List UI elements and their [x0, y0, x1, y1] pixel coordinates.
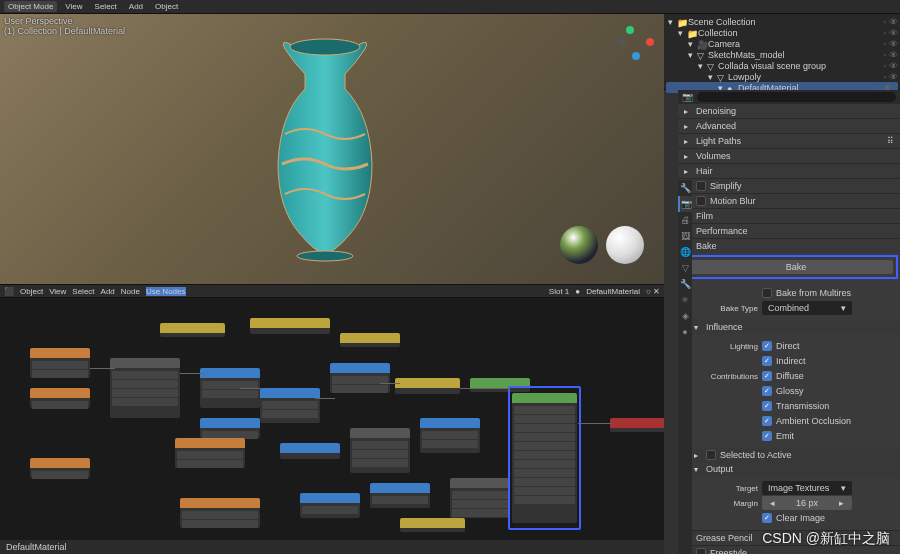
matcap-preview-sphere: [606, 226, 644, 264]
lighting-indirect-checkbox[interactable]: ✓: [762, 356, 772, 366]
panel-denoising[interactable]: Denoising: [696, 106, 736, 116]
properties-tabs[interactable]: 🔧📷🖨🖼🌐▽🔧⚛◈●: [678, 180, 692, 554]
panel-advanced[interactable]: Advanced: [696, 121, 736, 131]
panel-hair[interactable]: Hair: [696, 166, 713, 176]
contrib-emit-checkbox[interactable]: ✓: [762, 431, 772, 441]
menu-add[interactable]: Add: [125, 1, 147, 12]
menu-view[interactable]: View: [61, 1, 86, 12]
node-menu-view[interactable]: View: [49, 287, 66, 296]
status-bar: DefaultMaterial: [0, 540, 664, 554]
node-menu-add[interactable]: Add: [101, 287, 115, 296]
interaction-mode[interactable]: Object Mode: [4, 1, 57, 12]
outliner-row[interactable]: ▾▽SketchMats_model◦ 👁: [666, 49, 898, 60]
hdri-preview-sphere: [560, 226, 598, 264]
bake-type-select[interactable]: Combined▾: [762, 301, 852, 315]
lighting-direct-checkbox[interactable]: ✓: [762, 341, 772, 351]
menu-select[interactable]: Select: [91, 1, 121, 12]
panel-volumes[interactable]: Volumes: [696, 151, 731, 161]
view-perspective-label: User Perspective: [4, 16, 125, 26]
view-collection-label: (1) Collection | DefaultMaterial: [4, 26, 125, 36]
subpanel-output[interactable]: Output: [706, 464, 733, 474]
outliner-row[interactable]: ▾▽Lowpoly◦ 👁: [666, 71, 898, 82]
node-menu-node[interactable]: Node: [121, 287, 140, 296]
panel-grease-pencil[interactable]: Grease Pencil: [696, 533, 753, 543]
vase-mesh[interactable]: [260, 34, 390, 264]
outliner-row[interactable]: ▾🎥Camera◦ 👁: [666, 38, 898, 49]
clear-image-checkbox[interactable]: ✓: [762, 513, 772, 523]
contrib-diffuse-checkbox[interactable]: ✓: [762, 371, 772, 381]
slot-selector[interactable]: Slot 1: [549, 287, 569, 296]
3d-viewport[interactable]: User Perspective (1) Collection | Defaul…: [0, 14, 664, 284]
outliner-row[interactable]: ▾📁Scene Collection◦ 👁: [666, 16, 898, 27]
property-search-input[interactable]: [697, 92, 896, 102]
bake-multires-checkbox[interactable]: [762, 288, 772, 298]
node-object-mode[interactable]: Object: [20, 287, 43, 296]
contrib-ao-checkbox[interactable]: ✓: [762, 416, 772, 426]
subpanel-influence[interactable]: Influence: [706, 322, 743, 332]
selected-node-outline: [508, 386, 581, 530]
properties-panel[interactable]: ▸Denoising ▸Advanced ▸Light Paths⠿ ▸Volu…: [678, 104, 900, 554]
panel-performance[interactable]: Performance: [696, 226, 748, 236]
subpanel-selected-to-active[interactable]: Selected to Active: [720, 450, 792, 460]
panel-simplify[interactable]: Simplify: [710, 181, 742, 191]
outliner[interactable]: ▾📁Scene Collection◦ 👁▾📁Collection◦ 👁▾🎥Ca…: [664, 14, 900, 90]
svg-point-1: [297, 251, 353, 261]
panel-film[interactable]: Film: [696, 211, 713, 221]
camera-icon: 📷: [682, 92, 693, 102]
node-editor-header: ⬛ Object View Select Add Node Use Nodes …: [0, 284, 664, 298]
contrib-transmission-checkbox[interactable]: ✓: [762, 401, 772, 411]
use-nodes-toggle[interactable]: Use Nodes: [146, 287, 186, 296]
node-menu-select[interactable]: Select: [72, 287, 94, 296]
bake-button[interactable]: Bake: [685, 260, 893, 274]
navigation-gizmo[interactable]: [616, 22, 656, 62]
material-selector[interactable]: DefaultMaterial: [586, 287, 640, 296]
panel-light-paths[interactable]: Light Paths: [696, 136, 741, 146]
panel-freestyle[interactable]: Freestyle: [710, 548, 747, 554]
watermark: CSDN @新缸中之脑: [762, 530, 890, 548]
bake-margin-field[interactable]: ◂16 px▸: [762, 496, 852, 510]
shader-node-editor[interactable]: [0, 298, 664, 540]
svg-point-0: [290, 39, 360, 55]
panel-bake[interactable]: Bake: [696, 241, 717, 251]
menu-object[interactable]: Object: [151, 1, 182, 12]
mode-header: Object Mode View Select Add Object: [0, 0, 900, 14]
bake-target-select[interactable]: Image Textures▾: [762, 481, 852, 495]
outliner-row[interactable]: ▾📁Collection◦ 👁: [666, 27, 898, 38]
contrib-glossy-checkbox[interactable]: ✓: [762, 386, 772, 396]
panel-motion-blur[interactable]: Motion Blur: [710, 196, 756, 206]
outliner-row[interactable]: ▾▽Collada visual scene group◦ 👁: [666, 60, 898, 71]
